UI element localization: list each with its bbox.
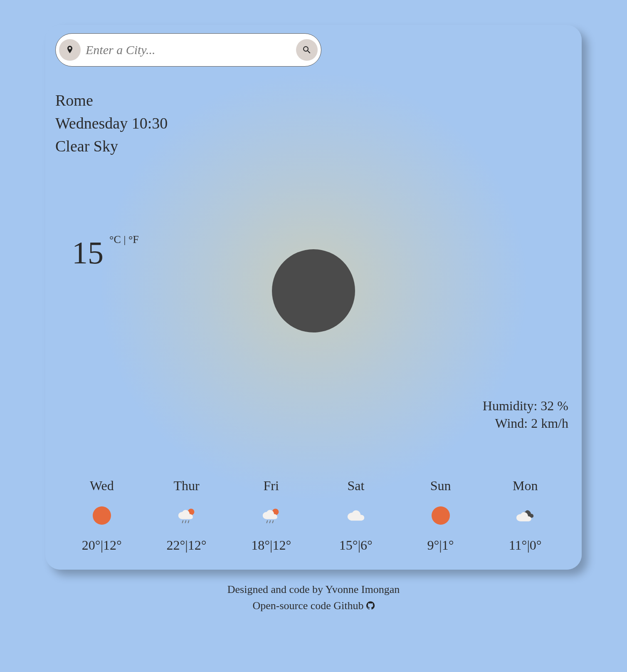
search-icon[interactable] — [296, 39, 318, 61]
forecast-range: 20°|12° — [59, 538, 144, 553]
forecast-day: Sat 15°|6° — [314, 478, 398, 553]
forecast-range: 9°|1° — [398, 538, 483, 553]
forecast-range: 18°|12° — [229, 538, 314, 553]
forecast-range: 22°|12° — [144, 538, 229, 553]
svg-line-6 — [270, 521, 271, 523]
svg-line-1 — [182, 521, 183, 523]
current-condition: Clear Sky — [55, 135, 572, 157]
sun-icon — [398, 504, 483, 527]
github-icon — [366, 601, 375, 610]
page-footer: Designed and code by Yvonne Imongan Open… — [227, 581, 400, 614]
forecast-day-name: Sat — [314, 478, 398, 493]
location-pin-icon[interactable] — [59, 39, 81, 61]
forecast-day-name: Wed — [59, 478, 144, 493]
city-name: Rome — [55, 89, 572, 112]
extra-stats: Humidity: 32 % Wind: 2 km/h — [483, 397, 568, 432]
humidity-label: Humidity: 32 % — [483, 397, 568, 415]
city-search-input[interactable] — [85, 42, 292, 57]
forecast-day: Fri 18°|12° — [229, 478, 314, 553]
svg-line-2 — [185, 521, 186, 523]
forecast-day-name: Fri — [229, 478, 314, 493]
rain-sun-icon — [144, 504, 229, 527]
svg-line-7 — [273, 521, 274, 523]
github-link-label: Open-source code Github — [252, 598, 363, 614]
current-temperature: 15 °C | °F — [72, 237, 139, 268]
svg-line-3 — [188, 521, 189, 523]
wind-label: Wind: 2 km/h — [483, 415, 568, 432]
weather-card: Rome Wednesday 10:30 Clear Sky 15 °C | °… — [45, 25, 582, 570]
forecast-day-name: Sun — [398, 478, 483, 493]
forecast-day-name: Thur — [144, 478, 229, 493]
forecast-day: Sun 9°|1° — [398, 478, 483, 553]
svg-line-5 — [267, 521, 268, 523]
forecast-range: 11°|0° — [483, 538, 568, 553]
temperature-value: 15 — [72, 237, 104, 268]
current-header: Rome Wednesday 10:30 Clear Sky — [55, 89, 572, 158]
current-datetime: Wednesday 10:30 — [55, 112, 572, 134]
forecast-row: Wed 20°|12° Thur — [55, 478, 572, 553]
forecast-day: Mon 11°|0° — [483, 478, 568, 553]
credit-line: Designed and code by Yvonne Imongan — [227, 581, 400, 598]
cloud-icon — [314, 504, 398, 527]
forecast-day-name: Mon — [483, 478, 568, 493]
sun-icon — [59, 504, 144, 527]
forecast-day: Thur 22°|12° — [144, 478, 229, 553]
forecast-range: 15°|6° — [314, 538, 398, 553]
unit-toggle[interactable]: °C | °F — [109, 233, 139, 246]
cloud-dark-icon — [483, 504, 568, 527]
forecast-day: Wed 20°|12° — [59, 478, 144, 553]
github-link[interactable]: Open-source code Github — [252, 598, 374, 614]
rain-sun-icon — [229, 504, 314, 527]
city-search — [55, 33, 321, 67]
weather-hero-icon — [272, 249, 355, 332]
